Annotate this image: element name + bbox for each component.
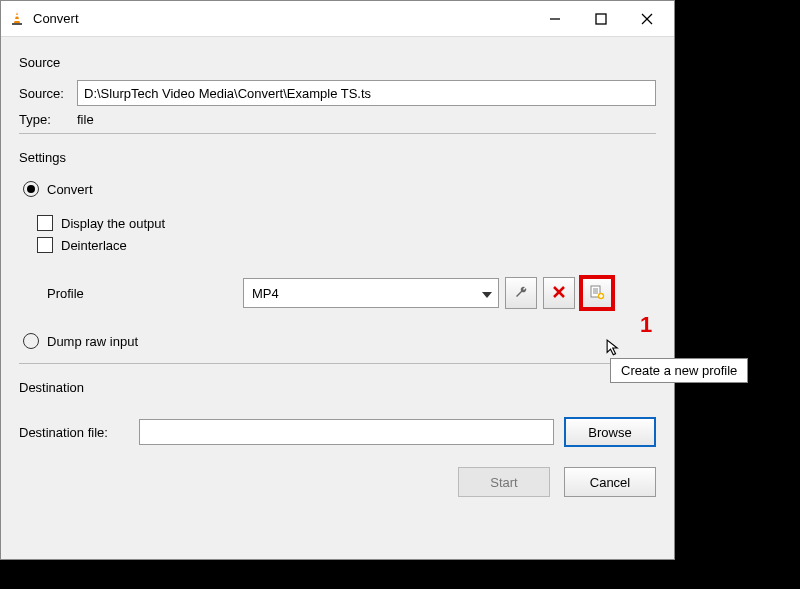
- browse-button-label: Browse: [588, 425, 631, 440]
- tooltip-text: Create a new profile: [621, 363, 737, 378]
- deinterlace-checkbox[interactable]: [37, 237, 53, 253]
- new-profile-icon: [589, 284, 605, 303]
- start-button[interactable]: Start: [458, 467, 550, 497]
- convert-radio-label: Convert: [47, 182, 93, 197]
- svg-marker-0: [14, 12, 20, 23]
- titlebar: Convert: [1, 1, 674, 37]
- type-label: Type:: [19, 112, 77, 127]
- svg-marker-8: [482, 292, 492, 298]
- svg-rect-1: [14, 19, 20, 21]
- tooltip: Create a new profile: [610, 358, 748, 383]
- minimize-button[interactable]: [532, 3, 578, 35]
- settings-section-header: Settings: [19, 142, 656, 169]
- vlc-icon: [9, 11, 25, 27]
- profile-selected-value: MP4: [252, 286, 279, 301]
- dump-raw-radio[interactable]: [23, 333, 39, 349]
- window-title: Convert: [33, 11, 532, 26]
- chevron-down-icon: [482, 286, 492, 301]
- start-button-label: Start: [490, 475, 517, 490]
- convert-dialog: Convert Source Source: Type: file Settin…: [0, 0, 675, 560]
- destination-label: Destination file:: [19, 425, 129, 440]
- svg-rect-3: [12, 23, 22, 25]
- edit-profile-button[interactable]: [505, 277, 537, 309]
- dump-raw-label: Dump raw input: [47, 334, 138, 349]
- destination-section-header: Destination: [19, 372, 656, 399]
- source-label: Source:: [19, 86, 77, 101]
- delete-icon: [552, 285, 566, 302]
- deinterlace-label: Deinterlace: [61, 238, 127, 253]
- source-input[interactable]: [77, 80, 656, 106]
- profile-select[interactable]: MP4: [243, 278, 499, 308]
- browse-button[interactable]: Browse: [564, 417, 656, 447]
- type-value: file: [77, 112, 94, 127]
- display-output-checkbox[interactable]: [37, 215, 53, 231]
- destination-input[interactable]: [139, 419, 554, 445]
- svg-rect-5: [596, 14, 606, 24]
- convert-radio[interactable]: [23, 181, 39, 197]
- close-button[interactable]: [624, 3, 670, 35]
- delete-profile-button[interactable]: [543, 277, 575, 309]
- cancel-button[interactable]: Cancel: [564, 467, 656, 497]
- wrench-icon: [513, 284, 529, 303]
- maximize-button[interactable]: [578, 3, 624, 35]
- profile-label: Profile: [47, 286, 237, 301]
- new-profile-button[interactable]: [581, 277, 613, 309]
- cancel-button-label: Cancel: [590, 475, 630, 490]
- svg-rect-2: [15, 15, 18, 17]
- display-output-label: Display the output: [61, 216, 165, 231]
- source-section-header: Source: [19, 47, 656, 74]
- dialog-content: Source Source: Type: file Settings Conve…: [1, 37, 674, 559]
- annotation-marker: 1: [640, 312, 652, 338]
